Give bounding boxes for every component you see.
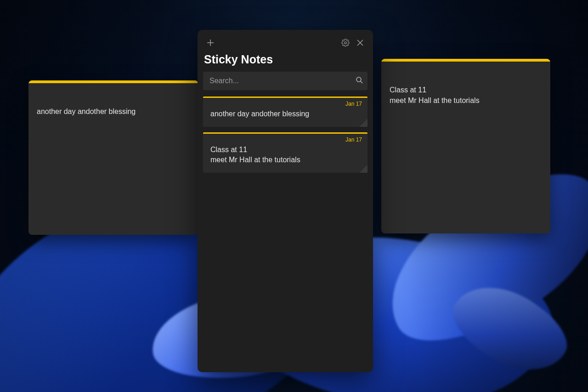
sticky-note-window-right[interactable]: Class at 11 meet Mr Hall at the tutorial… (381, 59, 550, 233)
close-button[interactable] (353, 35, 368, 50)
app-title: Sticky Notes (204, 53, 368, 66)
svg-point-5 (356, 77, 361, 82)
search-icon (356, 76, 363, 85)
search-field[interactable] (203, 72, 368, 90)
note-card[interactable]: Jan 17 another day andother blessing (203, 97, 368, 127)
note-preview: another day andother blessing (210, 109, 360, 119)
hub-titlebar[interactable] (203, 34, 368, 51)
sticky-note-window-left[interactable]: another day andother blessing (28, 80, 198, 235)
add-note-button[interactable] (203, 35, 218, 50)
svg-line-6 (361, 81, 362, 83)
note-list: Jan 17 another day andother blessing Jan… (203, 97, 368, 173)
note-preview: Class at 11 meet Mr Hall at the tutorial… (210, 145, 360, 165)
note-date: Jan 17 (345, 101, 362, 107)
note-card[interactable]: Jan 17 Class at 11 meet Mr Hall at the t… (203, 132, 368, 173)
note-body[interactable]: another day andother blessing (28, 83, 198, 124)
page-corner-icon (359, 165, 368, 173)
page-corner-icon (359, 119, 368, 127)
settings-button[interactable] (338, 35, 353, 50)
search-input[interactable] (203, 72, 368, 90)
sticky-notes-hub[interactable]: Sticky Notes Jan 17 another day andother… (198, 30, 373, 372)
note-date: Jan 17 (345, 136, 362, 143)
svg-point-2 (345, 42, 347, 44)
note-body[interactable]: Class at 11 meet Mr Hall at the tutorial… (381, 62, 550, 113)
